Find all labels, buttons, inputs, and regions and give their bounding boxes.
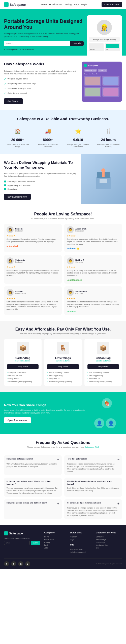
footer-logo-icon <box>4 531 8 535</box>
youtube-icon[interactable]: ▶ <box>25 561 30 566</box>
pricing-section: Easy And Affordable. Pay Only For What Y… <box>0 321 126 392</box>
footer-info-area: Info +31 88 8967 601 hello@safespace.nl <box>70 543 92 554</box>
stat-value-2: 8000+ <box>43 138 53 142</box>
stars-6: ★★★★★ <box>67 297 119 300</box>
faq-toggle-1[interactable]: − <box>57 458 59 461</box>
footer-customer-link-4[interactable]: Moving service <box>96 544 122 546</box>
testimonial-avatar-6: 👨 <box>67 289 74 296</box>
twitter-icon[interactable]: t <box>11 561 16 566</box>
hero-image-area: 👷 Manage safe storage delivery Item info… <box>87 15 122 56</box>
nav-link-pricing[interactable]: Pricing <box>65 3 72 6</box>
testimonial-name-6: Steve Smith <box>75 290 87 293</box>
pricing-card-1: 📦 Carton/Bag Save for $1.50/one Shop onl… <box>4 339 42 386</box>
stat-icon-1: 🏠 <box>13 126 23 136</box>
nav-cta-button[interactable]: Create account <box>102 2 122 7</box>
nav-link-how[interactable]: How it works <box>49 3 62 6</box>
app-grid-img-1 <box>85 77 100 85</box>
footer-company-link-2[interactable]: How it works <box>44 539 66 540</box>
footer-company-link-4[interactable]: FAQ <box>44 544 66 546</box>
pricing-title: Easy And Affordable. Pay Only For What Y… <box>4 327 122 332</box>
footer-email: hello@safespace.nl <box>70 551 92 554</box>
footer-quicklink-col: Quick Link Register Login Info +31 88 89… <box>70 531 92 554</box>
faq-toggle-2[interactable]: − <box>117 458 119 461</box>
footer-customer-link-1[interactable]: Contact us <box>96 536 122 538</box>
nav-link-faq[interactable]: FAQ <box>74 3 79 6</box>
share-button[interactable]: Open free account <box>4 417 31 423</box>
footer-customer-link-2[interactable]: Safe storage <box>96 539 122 540</box>
footer-email-input[interactable] <box>4 541 30 545</box>
faq-toggle-4[interactable]: − <box>117 480 119 484</box>
stats-grid: 🏠 20 000+ Clients Trust Us to Move Their… <box>4 126 122 148</box>
testimonial-avatar-1: 👩 <box>7 226 14 233</box>
facebook-icon[interactable]: f <box>4 561 9 566</box>
hero-badge-1: Existing Items <box>4 48 18 51</box>
how-step-3: ✓ We deliver when you need <box>4 87 78 90</box>
faq-question-4: What is the difference between small and… <box>67 480 119 485</box>
faq-answer-6: To cancel, go to settings, navigate to y… <box>67 507 119 517</box>
testimonial-text-4: Not only did amazing experience with cus… <box>67 269 119 277</box>
hero-card-label: Manage safe storage delivery <box>93 38 116 40</box>
stat-icon-2: 🚚 <box>43 126 53 136</box>
footer-quicklink-links: Register Login <box>70 536 92 540</box>
footer-customer-link-3[interactable]: Self-storage <box>96 541 122 543</box>
pricing-btn-2[interactable]: Shop online <box>47 364 79 369</box>
testimonial-role-4: Customer <box>75 261 84 263</box>
how-subtitle: Safespace is the most convenient way to … <box>4 70 78 75</box>
share-person-2: 👤 <box>106 418 116 428</box>
footer-logo-text: Safespace <box>9 532 23 535</box>
testimonial-name-1: Necie C. <box>15 228 23 230</box>
pricing-btn-1[interactable]: Shop online <box>7 364 39 369</box>
nav-link-login[interactable]: Login <box>81 3 87 6</box>
footer-quicklink-link-2[interactable]: Login <box>70 539 92 540</box>
how-step-label-1: We pack at your home <box>8 78 28 80</box>
pricing-card-2: 🪑 Little things Save for $1.50/one Shop … <box>44 339 82 386</box>
how-left-col: How Safespace Works Safespace is the mos… <box>4 62 78 104</box>
footer-email-button[interactable]: Submit <box>31 541 40 545</box>
pricing-subtitle: You can save money by paying only for wh… <box>4 333 122 335</box>
footer-company-link-3[interactable]: Pricing <box>44 541 66 543</box>
app-grid-item-2 <box>102 76 119 86</box>
hero-search-input[interactable] <box>4 41 70 46</box>
faq-link[interactable]: Safespace FAQ <box>85 446 99 448</box>
stat-value-3: 9.6/10 <box>73 138 83 142</box>
nav-link-home[interactable]: Home <box>41 3 47 6</box>
how-step-2: ✓ We pick up from your door step <box>4 82 78 85</box>
testimonials-grid: 👩 Necie C. Customer ★★★★★ Great experien… <box>4 224 122 315</box>
testimonial-brand-4: LegalSpace.io <box>67 279 119 281</box>
faq-toggle-5[interactable]: + <box>57 502 59 505</box>
faq-question-2: How do I get started? − <box>67 458 119 461</box>
faq-answer-3: Yes, you can save as many things as you … <box>7 487 59 494</box>
testimonial-avatar-5: 👩 <box>7 289 14 296</box>
testimonial-brand-6: incomee <box>67 310 119 312</box>
how-get-started-button[interactable]: Get Started <box>4 98 23 104</box>
how-app-tabs: Not sorted (20) Stored (3) <box>84 69 119 72</box>
faq-q-text-2: How do I get started? <box>67 458 116 460</box>
faq-item-3: Is there a limit to how much Wanda can c… <box>4 478 62 497</box>
faq-toggle-6[interactable]: + <box>117 502 119 505</box>
testimonial-role-3: Customer <box>15 261 25 263</box>
faq-toggle-3[interactable]: − <box>57 480 59 484</box>
stars-5: ★★★★★ <box>7 297 59 300</box>
pricing-feature-2-2: Max 20kg per thing <box>47 374 79 377</box>
faq-item-5: How much does pickup and delivery cost? … <box>4 499 62 519</box>
app-grid-item-4 <box>102 87 119 97</box>
footer-quicklink-link-1[interactable]: Register <box>70 536 92 538</box>
footer-customer-link-5[interactable]: Blog <box>96 547 122 549</box>
pricing-feature-3-1: Must be carried by 2 people <box>87 371 119 374</box>
linkedin-icon[interactable]: in <box>18 561 23 566</box>
pricing-save-2: Save for $1.50/one <box>47 360 79 362</box>
footer-company-link-5[interactable]: Jobs <box>44 547 66 549</box>
footer-company-link-1[interactable]: Home <box>44 536 66 538</box>
how-section: How Safespace Works Safespace is the mos… <box>0 56 126 110</box>
pricing-feature-3-3: Pickup from $3 <box>87 377 119 380</box>
delivery-button[interactable]: Buy packaging now <box>4 194 31 200</box>
pricing-feature-1-3: Pickup from $3 <box>7 377 39 380</box>
how-steps: ✓ We pack at your home ✓ We pick up from… <box>4 78 78 95</box>
how-step-4: ✓ Order in your account <box>4 92 78 95</box>
faq-question-3: Is there a limit to how much Wanda can c… <box>7 480 59 485</box>
hero-search-button[interactable]: Search <box>70 41 84 46</box>
stats-section: Safespace Is A Reliable And Trustworthy … <box>0 110 126 154</box>
testimonial-header-3: 👩 Victoria L. Customer <box>7 257 59 264</box>
testimonial-info-1: Necie C. Customer <box>15 228 23 232</box>
pricing-btn-3[interactable]: Shop online <box>87 364 119 369</box>
